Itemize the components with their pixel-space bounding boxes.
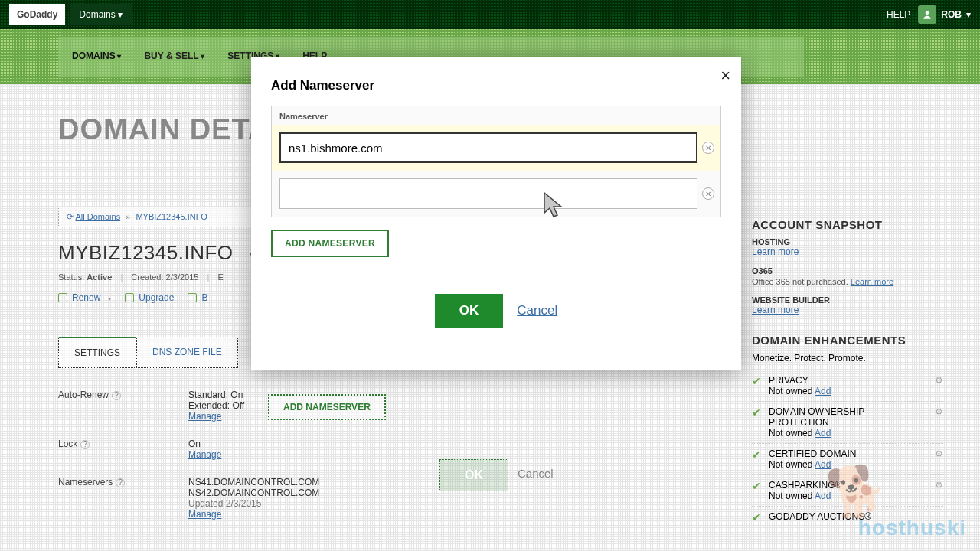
clear-icon[interactable]: ✕: [702, 142, 714, 154]
modal-title: Add Nameserver: [271, 78, 721, 93]
add-nameserver-button[interactable]: ADD NAMESERVER: [271, 230, 389, 257]
check-icon: ✔: [752, 511, 761, 523]
wb-title: WEBSITE BUILDER: [752, 295, 943, 305]
refresh-icon[interactable]: ⟳: [67, 212, 74, 221]
renew-label: Renew: [72, 292, 100, 303]
nameservers-label: Nameservers?: [58, 477, 188, 520]
buy-label: B: [201, 292, 207, 303]
breadcrumb-current: MYBIZ12345.INFO: [136, 212, 207, 221]
gear-icon: [125, 293, 134, 302]
renew-action[interactable]: Renew: [58, 292, 111, 303]
user-icon: [918, 5, 936, 24]
wb-learn-more[interactable]: Learn more: [752, 305, 799, 315]
o365-sub: Office 365 not purchased.: [752, 277, 848, 286]
enh-row: ✔ PRIVACY Not owned Add ⚙: [752, 370, 943, 401]
domain-name-text: MYBIZ12345.INFO: [58, 241, 234, 264]
enh-name: PRIVACY: [769, 375, 927, 386]
lock-label: Lock?: [58, 439, 188, 460]
nameserver-row-2: ✕: [272, 171, 720, 217]
nameserver-box: Nameserver ✕ ✕: [271, 106, 721, 217]
topnav-domains[interactable]: Domains ▾: [70, 4, 132, 25]
help-link[interactable]: HELP: [887, 9, 910, 20]
tab-settings[interactable]: SETTINGS: [58, 337, 136, 368]
nameserver-input-2[interactable]: [279, 178, 697, 209]
breadcrumb-all[interactable]: All Domains: [75, 212, 120, 221]
check-icon: ✔: [752, 480, 761, 492]
topnav-domains-label: Domains ▾: [79, 9, 122, 20]
o365-title: O365: [752, 266, 943, 276]
sidebar-snapshot-title: ACCOUNT SNAPSHOT: [752, 218, 943, 231]
help-icon[interactable]: ?: [116, 478, 125, 487]
bg-cancel-link: Cancel: [518, 467, 554, 480]
user-name: ROB: [941, 9, 962, 20]
brand-logo[interactable]: GoDaddy: [9, 4, 65, 25]
cancel-link[interactable]: Cancel: [517, 303, 557, 318]
plus-icon: [58, 293, 67, 302]
bg-ok-button: OK: [439, 459, 508, 491]
enh-name: CERTIFIED DOMAIN: [769, 448, 927, 459]
enh-row: ✔ DOMAIN OWNERSHIP PROTECTION Not owned …: [752, 401, 943, 443]
ok-button[interactable]: OK: [435, 294, 504, 328]
enh-add[interactable]: Add: [815, 386, 831, 396]
check-icon: ✔: [752, 448, 761, 461]
autorenew-label: Auto-Renew?: [58, 390, 188, 422]
tab-dns-zone[interactable]: DNS ZONE FILE: [136, 337, 238, 368]
svg-point-0: [926, 11, 929, 15]
gear-icon[interactable]: ⚙: [935, 406, 943, 417]
gear-icon[interactable]: ⚙: [935, 448, 943, 459]
ns-manage[interactable]: Manage: [188, 509, 221, 520]
buy-action[interactable]: B: [188, 292, 207, 303]
nameserver-field-label: Nameserver: [272, 106, 720, 125]
add-nameserver-modal: × Add Nameserver Nameserver ✕ ✕ ADD NAME…: [251, 57, 741, 370]
o365-learn-more[interactable]: Learn more: [851, 277, 893, 286]
check-icon: ✔: [752, 406, 761, 419]
created-value: 2/3/2015: [166, 272, 199, 282]
check-icon: ✔: [752, 375, 761, 387]
cart-icon: [188, 293, 197, 302]
user-menu[interactable]: ROB ▾: [918, 5, 971, 24]
subtab-buysell[interactable]: BUY & SELL: [144, 51, 204, 77]
lock-manage[interactable]: Manage: [188, 449, 221, 460]
watermark-text: hosthuski: [858, 516, 966, 540]
status-value: Active: [87, 272, 112, 282]
help-icon[interactable]: ?: [80, 440, 90, 449]
sidebar-enh-title: DOMAIN ENHANCEMENTS: [752, 334, 943, 347]
sidebar-enh-sub: Monetize. Protect. Promote.: [752, 353, 943, 364]
upgrade-action[interactable]: Upgrade: [125, 292, 174, 303]
autorenew-manage[interactable]: Manage: [188, 411, 221, 422]
status-label: Status:: [58, 272, 84, 282]
clear-icon[interactable]: ✕: [702, 187, 714, 200]
hosting-title: HOSTING: [752, 237, 943, 246]
upgrade-label: Upgrade: [139, 292, 174, 303]
gear-icon[interactable]: ⚙: [935, 480, 943, 491]
nameserver-input-1[interactable]: [279, 132, 697, 163]
lock-value: On Manage: [188, 439, 487, 460]
top-bar: GoDaddy Domains ▾ HELP ROB ▾: [0, 0, 980, 29]
enh-name: DOMAIN OWNERSHIP PROTECTION: [769, 406, 927, 428]
brand-text: GoDaddy: [17, 9, 57, 20]
help-icon[interactable]: ?: [112, 391, 121, 400]
close-icon[interactable]: ×: [720, 66, 730, 86]
enh-add[interactable]: Add: [815, 428, 831, 439]
subtab-domains[interactable]: DOMAINS: [72, 51, 121, 77]
bg-add-nameserver-button: ADD NAMESERVER: [268, 394, 386, 420]
hosting-learn-more[interactable]: Learn more: [752, 246, 799, 257]
chevron-down-icon: ▾: [966, 9, 971, 20]
created-label: Created:: [131, 272, 163, 282]
nameserver-row-1: ✕: [272, 125, 720, 171]
gear-icon[interactable]: ⚙: [935, 375, 943, 386]
expires-label: E: [217, 272, 223, 282]
watermark-dog-icon: 🐕: [824, 460, 890, 523]
